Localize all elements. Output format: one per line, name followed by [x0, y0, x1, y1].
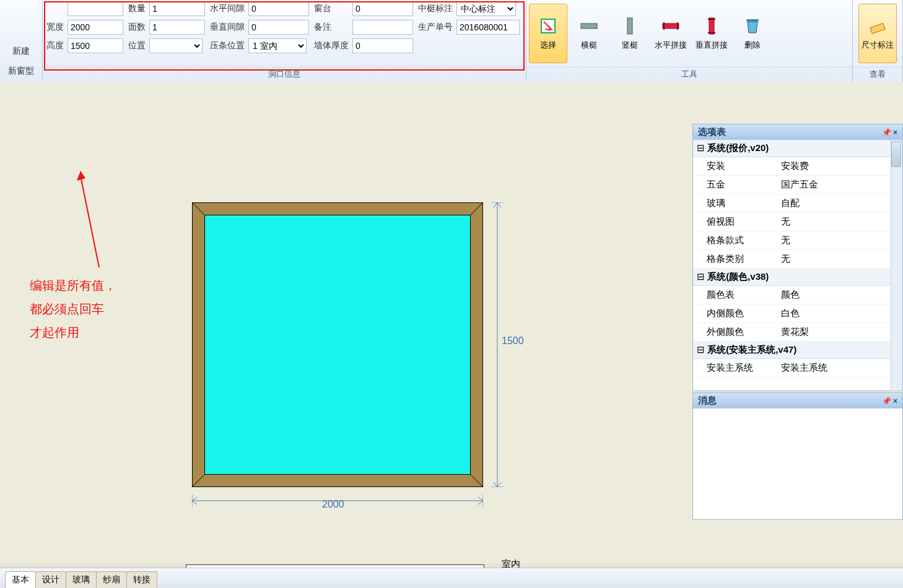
- pos-select[interactable]: [149, 38, 203, 53]
- order-label: 生产单号: [417, 20, 454, 34]
- bottom-tab[interactable]: 玻璃: [66, 571, 97, 588]
- wall-label: 墙体厚度: [313, 39, 350, 53]
- tool-v-join[interactable]: 垂直拼接: [692, 4, 731, 63]
- bottom-tab[interactable]: 转接: [126, 571, 157, 588]
- qty-input[interactable]: [149, 1, 205, 16]
- frame-miters: [192, 202, 483, 487]
- svg-line-14: [471, 202, 483, 215]
- muntin-select[interactable]: 中心标注: [456, 1, 516, 16]
- pin-icon[interactable]: 📌 ×: [882, 397, 897, 405]
- window-drawing[interactable]: [192, 202, 483, 487]
- ribbon-group-hole-info: 宽度 高度 数量 面数 位置 水平间隙 垂直间隙 压条位置 1: [43, 0, 526, 82]
- width-input[interactable]: [68, 20, 123, 35]
- option-value[interactable]: 安装主系统: [781, 362, 897, 374]
- svg-line-15: [192, 475, 204, 487]
- tool-h-join-label: 水平拼接: [655, 40, 687, 51]
- svg-rect-9: [746, 19, 759, 22]
- option-value[interactable]: 自配: [781, 197, 897, 209]
- options-body[interactable]: 系统(报价,v20)安装安装费五金国产五金玻璃自配俯视图无格条款式无格条类别无系…: [693, 140, 902, 390]
- svg-rect-1: [581, 24, 597, 28]
- option-key: 安装主系统: [707, 362, 781, 374]
- sill-input[interactable]: [352, 1, 413, 16]
- option-key: 外侧颜色: [707, 326, 781, 338]
- option-value[interactable]: 无: [781, 235, 897, 246]
- option-row[interactable]: 俯视图无: [693, 213, 902, 231]
- svg-line-13: [192, 202, 204, 215]
- option-value[interactable]: 无: [781, 253, 897, 265]
- ruler-icon: [868, 16, 888, 36]
- v-mullion-icon: [620, 16, 640, 36]
- faces-input[interactable]: [149, 20, 205, 35]
- option-row[interactable]: 五金国产五金: [693, 176, 902, 194]
- bottom-tabs: 基本设计玻璃纱扇转接: [5, 571, 157, 588]
- blank-input[interactable]: [68, 1, 123, 16]
- tool-v-mullion[interactable]: 竖梃: [611, 4, 649, 63]
- bead-pos-label: 压条位置: [209, 39, 246, 53]
- option-row[interactable]: 安装主系统安装主系统: [693, 359, 902, 378]
- bottom-tab[interactable]: 设计: [35, 571, 66, 588]
- messages-body[interactable]: [693, 409, 902, 519]
- faces-label: 面数: [127, 20, 147, 34]
- annotation-line1: 编辑是所有值，: [30, 274, 116, 297]
- hgap-input[interactable]: [248, 1, 309, 16]
- order-input[interactable]: [456, 20, 520, 35]
- tool-select-label: 选择: [540, 40, 556, 51]
- h-mullion-icon: [579, 16, 599, 36]
- tool-h-mullion[interactable]: 横梃: [570, 4, 608, 63]
- tool-select[interactable]: 选择: [529, 4, 567, 63]
- option-value[interactable]: 白色: [781, 308, 897, 319]
- messages-panel-header[interactable]: 消息 📌 ×: [693, 393, 902, 409]
- width-label: 宽度: [45, 20, 65, 34]
- muntin-label: 中梃标注: [417, 2, 454, 15]
- vgap-input[interactable]: [248, 20, 309, 35]
- pin-icon[interactable]: 📌 ×: [882, 128, 897, 137]
- annotation-line2: 都必须点回车: [30, 297, 116, 321]
- svg-rect-3: [663, 24, 679, 28]
- option-key: 颜色表: [707, 289, 781, 301]
- bottom-tab[interactable]: 纱扇: [96, 571, 127, 588]
- tool-delete[interactable]: 删除: [733, 4, 772, 63]
- note-input[interactable]: [352, 20, 413, 35]
- option-value[interactable]: 国产五金: [781, 179, 897, 191]
- option-key: 俯视图: [707, 216, 781, 228]
- ribbon-group-view: 尺寸标注 查看: [853, 0, 903, 82]
- option-group[interactable]: 系统(颜色,v38): [693, 269, 902, 286]
- tool-dim-annotation[interactable]: 尺寸标注: [858, 4, 897, 63]
- new-window-type-button[interactable]: 新窗型: [3, 63, 39, 79]
- note-label: 备注: [313, 20, 350, 34]
- ribbon-bar: 新建 新窗型 宽度 高度 数量 面数 位置: [0, 0, 903, 82]
- wall-input[interactable]: [352, 38, 413, 53]
- option-key: 五金: [707, 179, 781, 191]
- option-group[interactable]: 系统(报价,v20): [693, 140, 902, 157]
- bottom-tab[interactable]: 基本: [5, 571, 36, 588]
- bead-pos-select[interactable]: 1 室内: [248, 38, 307, 53]
- option-row[interactable]: 颜色表颜色: [693, 286, 902, 305]
- options-scrollbar[interactable]: [891, 140, 902, 390]
- option-key: 内侧颜色: [707, 308, 781, 319]
- options-scroll-thumb[interactable]: [891, 141, 901, 167]
- new-button[interactable]: 新建: [3, 43, 39, 59]
- option-row[interactable]: 玻璃自配: [693, 194, 902, 213]
- vgap-label: 垂直间隙: [209, 20, 246, 34]
- height-input[interactable]: [68, 38, 123, 53]
- options-panel-header[interactable]: 选项表 📌 ×: [693, 124, 902, 140]
- tool-h-join[interactable]: 水平拼接: [652, 4, 690, 63]
- option-key: 格条款式: [707, 235, 781, 246]
- option-value[interactable]: 安装费: [781, 160, 897, 172]
- option-row[interactable]: 安装安装费: [693, 157, 902, 176]
- h-join-icon: [661, 16, 681, 36]
- messages-panel: 消息 📌 ×: [692, 392, 903, 520]
- v-join-icon: [702, 16, 722, 36]
- option-row[interactable]: 格条款式无: [693, 231, 902, 250]
- group-label-info: 洞口信息: [43, 67, 526, 82]
- option-row[interactable]: 格条类别无: [693, 250, 902, 269]
- option-value[interactable]: 颜色: [781, 289, 897, 301]
- option-value[interactable]: 无: [781, 216, 897, 228]
- option-row[interactable]: 外侧颜色黄花梨: [693, 323, 902, 342]
- svg-line-16: [471, 475, 483, 487]
- option-value[interactable]: 黄花梨: [781, 326, 897, 338]
- dim-width-value: 2000: [322, 499, 344, 510]
- option-group[interactable]: 系统(安装主系统,v47): [693, 342, 902, 359]
- option-row[interactable]: 内侧颜色白色: [693, 305, 902, 323]
- trash-icon: [743, 16, 762, 36]
